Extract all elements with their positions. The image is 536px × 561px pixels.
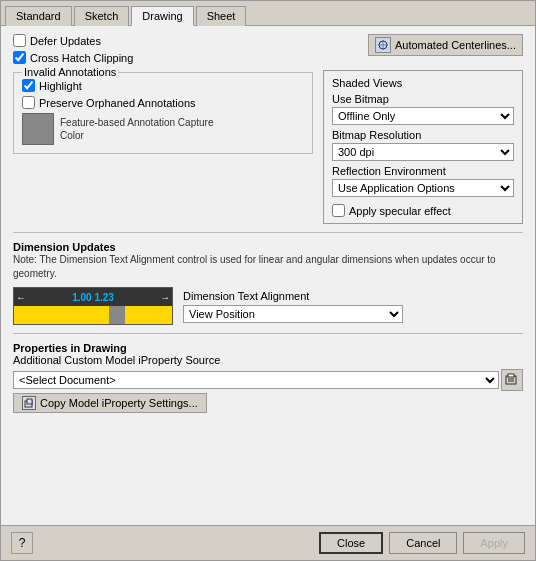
cross-hatch-row: Cross Hatch Clipping <box>13 51 133 64</box>
tab-drawing[interactable]: Drawing <box>131 6 193 26</box>
feature-text-line2: Color <box>60 130 84 141</box>
svg-rect-4 <box>508 374 514 377</box>
right-col: Shaded Views Use Bitmap Offline Only Bit… <box>323 70 523 224</box>
dim-yellow-end <box>125 306 172 324</box>
apply-specular-row: Apply specular effect <box>332 204 514 217</box>
tab-bar: Standard Sketch Drawing Sheet <box>1 1 535 26</box>
invalid-annotations-label: Invalid Annotations <box>22 66 118 78</box>
dim-yellow-left <box>14 306 109 324</box>
copy-model-label: Copy Model iProperty Settings... <box>40 397 198 409</box>
dim-arrow-right: → <box>160 292 170 303</box>
tab-sketch[interactable]: Sketch <box>74 6 130 26</box>
dim-alignment-select[interactable]: View Position <box>183 305 403 323</box>
dimension-updates-section: Dimension Updates Note: The Dimension Te… <box>13 241 523 325</box>
divider-1 <box>13 232 523 233</box>
bottom-bar: ? Close Cancel Apply <box>1 525 535 560</box>
shaded-views-group: Shaded Views Use Bitmap Offline Only Bit… <box>323 70 523 224</box>
dim-graphic: ← 1.00 1.23 → <box>13 287 173 325</box>
copy-svg-icon <box>24 398 34 408</box>
apply-button[interactable]: Apply <box>463 532 525 554</box>
properties-title: Properties in Drawing <box>13 342 523 354</box>
dim-top: ← 1.00 1.23 → <box>14 288 172 306</box>
defer-updates-checkbox[interactable] <box>13 34 26 47</box>
dimension-updates-title: Dimension Updates <box>13 241 523 253</box>
cross-hatch-label: Cross Hatch Clipping <box>30 52 133 64</box>
left-col: Invalid Annotations Highlight Preserve O… <box>13 70 313 224</box>
preserve-label: Preserve Orphaned Annotations <box>39 97 196 109</box>
browse-icon <box>505 373 519 387</box>
svg-rect-8 <box>27 399 32 404</box>
highlight-checkbox[interactable] <box>22 79 35 92</box>
resolution-select[interactable]: 300 dpi <box>332 143 514 161</box>
automated-centerlines-label: Automated Centerlines... <box>395 39 516 51</box>
highlight-row: Highlight <box>22 79 304 92</box>
dim-row: ← 1.00 1.23 → Dimension Text Alignment V… <box>13 287 523 325</box>
preserve-checkbox[interactable] <box>22 96 35 109</box>
dim-arrow-left: ← <box>16 292 26 303</box>
defer-updates-label: Defer Updates <box>30 35 101 47</box>
middle-area: Invalid Annotations Highlight Preserve O… <box>13 70 523 224</box>
feature-text: Feature-based Annotation Capture Color <box>60 116 213 142</box>
apply-specular-checkbox[interactable] <box>332 204 345 217</box>
dim-value-text: 1.00 1.23 <box>72 292 114 303</box>
reflection-label: Reflection Environment <box>332 165 514 177</box>
source-label: Additional Custom Model iProperty Source <box>13 354 523 366</box>
dim-right-controls: Dimension Text Alignment View Position <box>183 290 403 323</box>
tab-sheet[interactable]: Sheet <box>196 6 247 26</box>
automated-centerlines-button[interactable]: Automated Centerlines... <box>368 34 523 56</box>
apply-specular-label: Apply specular effect <box>349 205 451 217</box>
dim-bottom <box>14 306 172 324</box>
copy-icon <box>22 396 36 410</box>
dimension-note: Note: The Dimension Text Alignment contr… <box>13 253 523 281</box>
help-button[interactable]: ? <box>11 532 33 554</box>
source-select[interactable]: <Select Document> <box>13 371 499 389</box>
tab-standard[interactable]: Standard <box>5 6 72 26</box>
properties-section: Properties in Drawing Additional Custom … <box>13 342 523 413</box>
bitmap-select[interactable]: Offline Only <box>332 107 514 125</box>
close-button[interactable]: Close <box>319 532 383 554</box>
highlight-label: Highlight <box>39 80 82 92</box>
help-icon: ? <box>19 536 26 550</box>
dim-alignment-label: Dimension Text Alignment <box>183 290 403 302</box>
divider-2 <box>13 333 523 334</box>
left-checks: Defer Updates Cross Hatch Clipping <box>13 34 133 64</box>
shaded-views-title: Shaded Views <box>332 77 514 89</box>
bitmap-resolution-label: Bitmap Resolution <box>332 129 514 141</box>
defer-updates-row: Defer Updates <box>13 34 133 47</box>
feature-row: Feature-based Annotation Capture Color <box>22 113 304 145</box>
cross-hatch-checkbox[interactable] <box>13 51 26 64</box>
main-content: Defer Updates Cross Hatch Clipping Autom… <box>1 26 535 525</box>
copy-model-button[interactable]: Copy Model iProperty Settings... <box>13 393 207 413</box>
automated-icon <box>375 37 391 53</box>
dim-separator <box>109 306 125 324</box>
top-row: Defer Updates Cross Hatch Clipping Autom… <box>13 34 523 64</box>
dialog-window: Standard Sketch Drawing Sheet Defer Upda… <box>0 0 536 561</box>
preserve-row: Preserve Orphaned Annotations <box>22 96 304 109</box>
invalid-annotations-group: Invalid Annotations Highlight Preserve O… <box>13 72 313 154</box>
feature-text-line1: Feature-based Annotation Capture <box>60 117 213 128</box>
reflection-select[interactable]: Use Application Options <box>332 179 514 197</box>
use-bitmap-label: Use Bitmap <box>332 93 514 105</box>
centerlines-svg-icon <box>377 39 389 51</box>
bottom-buttons: Close Cancel Apply <box>319 532 525 554</box>
cancel-button[interactable]: Cancel <box>389 532 457 554</box>
source-row: <Select Document> <box>13 369 523 391</box>
color-swatch[interactable] <box>22 113 54 145</box>
source-icon-button[interactable] <box>501 369 523 391</box>
